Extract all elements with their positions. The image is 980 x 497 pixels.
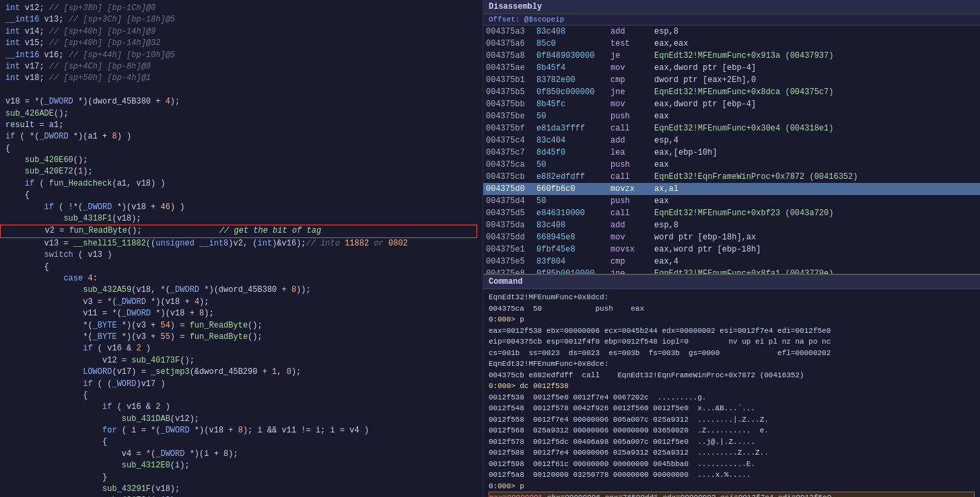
disasm-row[interactable]: 004375bfe81da3ffffcallEqnEdt32!MFEnumFun…	[483, 122, 980, 135]
code-line-34: {	[0, 390, 483, 402]
disasm-row[interactable]: 004375c483c404addesp,4	[483, 135, 980, 147]
code-line-27: v11 = *(_DWORD *)(v18 + 8);	[0, 308, 483, 319]
cmd-line: EqnEdt32!MFEnumFunc+0x8dcd:	[489, 292, 975, 303]
code-line-25: sub_432A59(v18, *(_DWORD *)(dword_45B380…	[0, 284, 483, 296]
disasm-row[interactable]: 004375e583f804cmpeax,4	[483, 256, 980, 268]
disasm-row[interactable]: 004375da83c408addesp,8	[483, 219, 980, 231]
disasm-row[interactable]: 004375d450pusheax	[483, 195, 980, 207]
offset-label: Offset:	[489, 15, 520, 24]
cmd-prompt: 0:000> p	[489, 314, 975, 326]
code-line-11: result = a1;	[0, 120, 483, 131]
disasm-row[interactable]: 004375dd668945e8movword ptr [ebp-18h],ax	[483, 231, 980, 243]
cmd-line: 0012f538 0012f5e0 0012f7e4 0067202c ....…	[489, 392, 975, 404]
code-line-28: *(_BYTE *)(v3 + 54) = fun_ReadByte();	[0, 320, 483, 332]
cmd-line: 004375cb e882edfdff call EqnEdt32!EqnFra…	[489, 370, 975, 381]
disasm-row[interactable]: 004375c78d45f0leaeax,[ebp-10h]	[483, 147, 980, 159]
command-title: Command	[489, 277, 522, 286]
command-panel[interactable]: Command EqnEdt32!MFEnumFunc+0x8dcd: 0043…	[483, 275, 980, 497]
code-line-30: if ( v16 & 2 )	[0, 343, 483, 354]
cmd-line: cs=001b ss=0023 ds=0023 es=003b fs=003b …	[489, 348, 975, 359]
command-content[interactable]: EqnEdt32!MFEnumFunc+0x8dcd: 004375ca 50 …	[483, 289, 980, 497]
code-line-40: sub_4312E0(i);	[0, 460, 483, 471]
disassembly-header: Disassembly	[483, 0, 980, 14]
code-line-16: if ( fun_Headcheck(a1, v18) )	[0, 178, 483, 190]
code-line-41: }	[0, 472, 483, 484]
code-line-37: for ( i = *(_DWORD *)(v18 + 8); i && v11…	[0, 425, 483, 436]
code-line-21: v13 = __shell15_11882((unsigned __int8)v…	[0, 238, 483, 250]
disasm-row[interactable]: 004375e80f85b0010000jneEqnEdt32!MFEnumFu…	[483, 268, 980, 274]
code-line-1: int v12; // [sp+38h] [bp-1Ch]@0	[0, 3, 483, 14]
code-line-38: {	[0, 436, 483, 448]
cmd-line: 0012f558 0012f7e4 00000006 005a007c 025a…	[489, 414, 975, 426]
command-header: Command	[483, 275, 980, 289]
code-line-39: v4 = *(_DWORD *)(i + 8);	[0, 449, 483, 460]
cmd-line: 0012f588 0012f7e4 00000006 025a9312 025a…	[489, 447, 975, 459]
code-line-32: LOWORD(v17) = _setjmp3(&dword_45B290 + 1…	[0, 367, 483, 378]
code-line-2: __int16 v13; // [sp+3Ch] [bp-18h]@5	[0, 14, 483, 26]
code-line-15: sub_420E72(1);	[0, 166, 483, 178]
code-line-31: v12 = sub_40173F();	[0, 355, 483, 367]
cmd-line: 0012f548 0012f578 0042f926 0012f560 0012…	[489, 403, 975, 414]
disassembly-panel[interactable]: Disassembly Offset: @$scopeip 004375a383…	[483, 0, 980, 275]
disasm-row-selected[interactable]: 004375d0660fb6c0movzxax,al	[483, 183, 980, 195]
code-line-5: __int16 v16; // [sp+44h] [bp-10h]@5	[0, 50, 483, 61]
code-line-26: v3 = *(_DWORD *)(v18 + 4);	[0, 297, 483, 308]
disasm-row[interactable]: 004375ae8b45f4moveax,dword ptr [ebp-4]	[483, 62, 980, 74]
disassembly-title: Disassembly	[489, 2, 542, 11]
code-line-22: switch ( v13 )	[0, 250, 483, 261]
cmd-prompt: 0:000> p	[489, 481, 975, 492]
cmd-line: 0012f568 025a9312 00000006 00000000 0365…	[489, 425, 975, 436]
disasm-row[interactable]: 004375b183782e00cmpdword ptr [eax+2Eh],0	[483, 74, 980, 86]
code-line-14: sub_420E60();	[0, 155, 483, 166]
code-line-13: {	[0, 143, 483, 155]
disasm-row[interactable]: 004375b50f850c000000jneEqnEdt32!MFEnumFu…	[483, 86, 980, 98]
disasm-row[interactable]: 004375a80f8489030000jeEqnEdt32!MFEnumFun…	[483, 50, 980, 62]
disasm-row[interactable]: 004375a685c0testeax,eax	[483, 38, 980, 50]
disassembly-table[interactable]: 004375a383c408addesp,8 004375a685c0teste…	[483, 26, 980, 274]
disassembly-subheader: Offset: @$scopeip	[483, 14, 980, 26]
cmd-line: 0012f578 0012f5dc 00406a98 005a007c 0012…	[489, 436, 975, 448]
cmd-line: EqnEdt32!MFEnumFunc+0x8dce:	[489, 358, 975, 370]
code-line-6: int v17; // [sp+4Ch] [bp-8h]@8	[0, 61, 483, 73]
cmd-line: eip=004375cb esp=0012f4f0 ebp=0012f548 i…	[489, 336, 975, 348]
code-line-24: case 4:	[0, 273, 483, 284]
code-line-19: sub_4318F1(v18);	[0, 213, 483, 225]
offset-value: @$scopeip	[524, 15, 564, 24]
code-line-33: if ( (_WORD)v17 )	[0, 379, 483, 390]
right-panel: Disassembly Offset: @$scopeip 004375a383…	[483, 0, 980, 497]
disasm-row[interactable]: 004375e10fbf45e8movsxeax,word ptr [ebp-1…	[483, 243, 980, 256]
cmd-highlight-line: eax=00000001 ebx=00000006 ecx=76599dd1 e…	[489, 492, 975, 497]
code-line-42: sub_43291F(v18);	[0, 484, 483, 495]
code-line-36: sub_431DAB(v12);	[0, 414, 483, 425]
code-line-8	[0, 85, 483, 96]
code-line-3: int v14; // [sp+40h] [bp-14h]@9	[0, 26, 483, 38]
disasm-row[interactable]: 004375a383c408addesp,8	[483, 26, 980, 38]
cmd-line: eax=0012f538 ebx=00000006 ecx=0045b244 e…	[489, 326, 975, 337]
disasm-row[interactable]: 004375d5e846310000callEqnEdt32!MFEnumFun…	[483, 207, 980, 219]
code-line-17: {	[0, 190, 483, 201]
cmd-line: 0012f598 0012f61c 00000000 00000000 0045…	[489, 459, 975, 470]
cmd-line: 0012f5a8 00120000 03250778 00000000 0000…	[489, 469, 975, 481]
disasm-row[interactable]: 004375bb8b45fcmoveax,dword ptr [ebp-4]	[483, 98, 980, 110]
code-line-20-boxed: v2 = fun_ReadByte(); // get the bit of t…	[0, 225, 477, 237]
cmd-line: 004375ca 50 push eax	[489, 303, 975, 315]
disasm-row[interactable]: 004375be50pusheax	[483, 110, 980, 122]
code-line-7: int v18; // [sp+50h] [bp-4h]@1	[0, 73, 483, 84]
disasm-row[interactable]: 004375ca50pusheax	[483, 159, 980, 171]
code-line-35: if ( v16 & 2 )	[0, 402, 483, 413]
code-line-29: *(_BYTE *)(v3 + 55) = fun_ReadByte();	[0, 332, 483, 343]
code-line-10: sub_426ADE();	[0, 108, 483, 120]
code-line-4: int v15; // [sp+40h] [bp-14h]@32	[0, 38, 483, 49]
code-line-23: {	[0, 262, 483, 273]
code-line-18: if ( !*(_DWORD *)(v18 + 46) )	[0, 202, 483, 213]
code-panel[interactable]: int v12; // [sp+38h] [bp-1Ch]@0 __int16 …	[0, 0, 483, 497]
cmd-prompt: 0:000> dc 0012f538	[489, 381, 975, 392]
disasm-row[interactable]: 004375cbe882edfdffcallEqnEdt32!EqnFrameW…	[483, 171, 980, 183]
code-line-12: if ( *(_DWORD *)(a1 + 8) )	[0, 131, 483, 143]
code-line-9: v18 = *(_DWORD *)(dword_45B380 + 4);	[0, 96, 483, 108]
